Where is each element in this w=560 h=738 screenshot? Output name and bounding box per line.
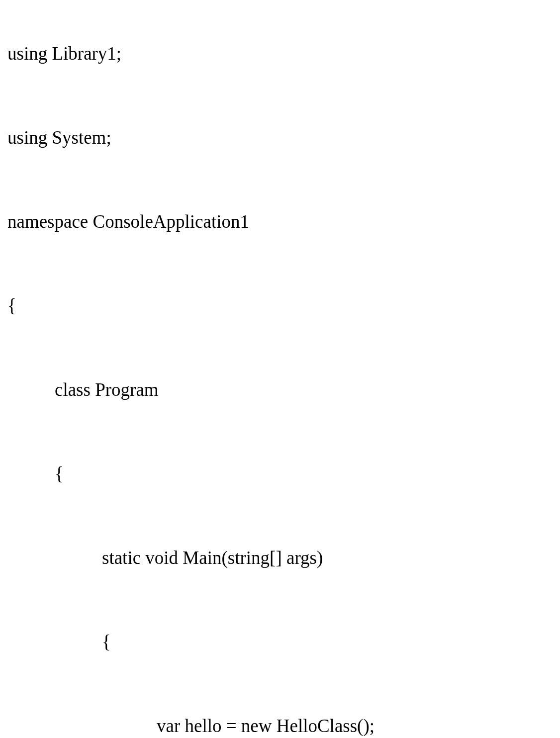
code-line: { bbox=[7, 633, 553, 651]
code-line: using System; bbox=[7, 128, 553, 147]
code-line: { bbox=[7, 464, 553, 483]
code-line: using Library1; bbox=[7, 44, 553, 63]
code-line: class Program bbox=[7, 380, 553, 399]
code-line: var hello = new HelloClass(); bbox=[7, 717, 553, 735]
code-line: static void Main(string[] args) bbox=[7, 549, 553, 567]
code-block: using Library1; using System; namespace … bbox=[7, 7, 553, 738]
code-line: { bbox=[7, 296, 553, 315]
code-line: namespace ConsoleApplication1 bbox=[7, 212, 553, 231]
